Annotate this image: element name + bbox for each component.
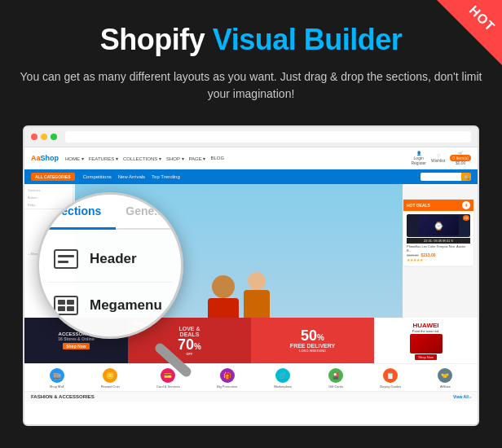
nav-page: PAGE ▾ [189,156,206,161]
marketplace-icon: 🛒 [275,368,290,383]
gift-cards-label: Gift Cards [328,384,343,389]
site-nav-icons: 👤LoginRegister ♡Wishlist 🛒0 Item(s)$0.00 [411,151,471,165]
magnify-container: Sections Gene... Header [37,192,192,347]
service-card: 💳 Card & Services [156,368,180,389]
nav-shop: SHOP ▾ [166,156,184,161]
marketplace-label: Marketplace [274,384,292,389]
deal-timer: 22:31: 06:36 M:31 S [407,238,470,244]
icon-line-top [58,255,74,257]
service-big-promotion: 🎁 Big Promotion [217,368,237,389]
big-promotion-label: Big Promotion [217,384,237,389]
browser-bar [24,127,478,147]
affiliate-label: Affiliate [440,384,451,389]
shop-mall-label: Shop Mall [50,384,64,389]
nav-cart: 🛒0 Item(s)$0.00 [450,151,471,165]
promo-banner-delivery: 50% FREE DELIVERY LONG WEEKEND [251,318,374,363]
service-marketplace: 🛒 Marketplace [274,368,292,389]
promo-delivery-sub: LONG WEEKEND [299,349,326,353]
nav-home: HOME ▾ [65,156,84,161]
promo-delivery-pct: 50% [301,328,324,343]
promo-huawei-img [410,334,443,354]
hot-deal-item: ⌚ 19 22:31: 06:36 M:31 S Phasellus Lec C… [403,211,473,266]
hot-badge: HOT [437,0,502,65]
site-logo: AaShop [31,154,59,162]
browser-url-bar [65,131,471,143]
search-input-mock [421,173,461,181]
deal-current-price: $213.00 [421,253,435,257]
deal-product-name: Phasellus Lec Color Tempus Non, Auctor B… [407,244,470,253]
section-item-header: Header [47,236,173,283]
nav-features: FEATURES ▾ [89,156,118,161]
service-reward-coin: 🪙 Reward Coin [101,368,120,389]
hot-deal-image: ⌚ 19 [407,214,470,237]
promo-love-off: OFF [186,352,192,356]
tab-sections[interactable]: Sections [39,195,116,230]
megamenu-icon-cell1 [58,300,65,305]
buying-guides-icon: 📋 [383,368,398,383]
promo-huawei-sub: Paint the town red. [412,329,439,333]
browser-mockup: AaShop HOME ▾ FEATURES ▾ COLLECTIONS ▾ S… [23,125,479,426]
big-promotion-icon: 🎁 [220,368,235,383]
service-gift-cards: 🎴 Gift Cards [328,368,343,389]
browser-minimize-dot [41,134,47,140]
category-search: 🔍 [421,173,471,181]
promo-banner-huawei: HUAWEI Paint the town red. Shop Now [374,318,478,363]
nav-login: 👤LoginRegister [411,151,426,165]
promo-delivery-label: FREE DELIVERY [290,343,335,349]
nav-blog: BLOG [210,156,224,161]
deal-old-price: $229.00 [407,253,418,257]
kid1-head [212,275,235,298]
magnify-circle: Sections Gene... Header [37,192,183,339]
sections-tabs: Sections Gene... [39,195,181,230]
search-button[interactable]: 🔍 [461,173,471,181]
subtitle: You can get as many different layouts as… [16,68,486,103]
sections-list: Header Megamenu [39,230,181,335]
header-area: Shopify Visual Builder You can get as ma… [0,0,502,116]
category-links: Competitions New Arrivals Top Trending [83,174,180,179]
megamenu-section-icon [54,296,78,315]
cat-link-trending: Top Trending [152,174,180,179]
promo-huawei-btn[interactable]: Shop Now [415,354,436,360]
fashion-section-bar: FASHION & ACCESSORIES View All › [24,391,478,402]
nav-wishlist: ♡Wishlist [431,153,445,163]
card-services-label: Card & Services [156,384,180,389]
title-part1: Shopify [100,23,213,56]
browser-expand-dot [51,134,57,140]
fashion-section-label: FASHION & ACCESSORIES [31,394,95,399]
cat-link-competitions: Competitions [83,174,112,179]
megamenu-icon-cell4 [67,306,74,311]
tab-general[interactable]: Gene... [116,195,174,228]
main-content-area: Summer... Autum... Baby... + More Catego… [24,184,478,363]
title-part2: Visual Builder [213,23,402,56]
reward-coin-label: Reward Coin [101,384,120,389]
header-section-icon [54,249,78,269]
site-navbar: AaShop HOME ▾ FEATURES ▾ COLLECTIONS ▾ S… [24,147,478,169]
service-icons-row: 🏬 Shop Mall 🪙 Reward Coin 💳 Card & Servi… [24,363,478,391]
deal-product-img: ⌚ [418,216,459,235]
browser-close-dot [31,134,37,140]
deal-discount-badge: 19 [463,215,469,221]
megamenu-icon-cell3 [58,306,65,311]
reward-coin-icon: 🪙 [103,368,117,383]
cat-link-new: New Arrivals [118,174,145,179]
deal-product-icon: ⌚ [434,222,443,231]
service-affiliate: 🤝 Affiliate [438,368,452,389]
megamenu-section-label: Megamenu [90,297,162,314]
card-services-icon: 💳 [161,368,175,383]
shop-mall-icon: 🏬 [50,368,64,383]
deal-rating: ★★★★★ [407,257,470,262]
icon-line-mid [58,261,68,263]
fashion-view-all[interactable]: View All › [453,394,471,399]
service-buying-guides: 📋 Buying Guides [380,368,401,389]
megamenu-icon-cell2 [67,300,74,305]
site-nav-links: HOME ▾ FEATURES ▾ COLLECTIONS ▾ SHOP ▾ P… [65,156,404,161]
service-shop-mall: 🏬 Shop Mall [50,368,64,389]
all-categories-btn[interactable]: ALL CATEGORIES [31,173,75,181]
hot-deals-header: HOT DEALS 4 [403,200,473,211]
buying-guides-label: Buying Guides [380,384,401,389]
main-title: Shopify Visual Builder [16,23,486,57]
affiliate-icon: 🤝 [438,368,452,383]
section-item-megamenu: Megamenu [47,283,173,328]
category-bar: ALL CATEGORIES Competitions New Arrivals… [24,169,478,184]
header-section-label: Header [90,251,137,267]
